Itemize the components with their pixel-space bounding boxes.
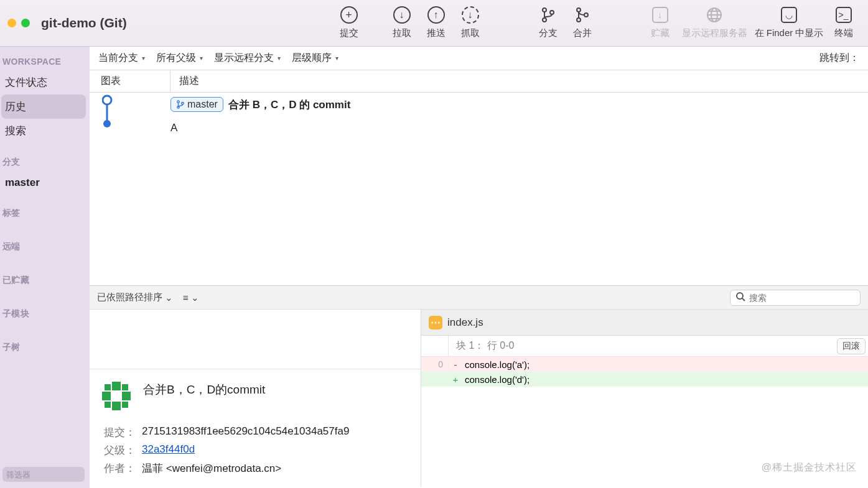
sort-by-path-label: 已依照路径排序 (97, 292, 162, 303)
branch-tag[interactable]: master (170, 97, 223, 112)
detail-search[interactable] (730, 290, 861, 306)
filter-hierarchy-order[interactable]: 层级顺序▾ (292, 52, 338, 65)
sidebar-heading-subtrees: 子树 (1, 337, 86, 357)
filter-bar: 当前分支▾ 所有父级▾ 显示远程分支▾ 层级顺序▾ 跳转到： (90, 47, 868, 70)
svg-point-9 (103, 96, 111, 104)
svg-rect-23 (105, 402, 111, 408)
filter-show-remote-branches[interactable]: 显示远程分支▾ (214, 52, 281, 65)
sidebar-item-file-status[interactable]: 文件状态 (1, 70, 86, 94)
stash-icon: ↓ (652, 7, 668, 23)
diff-line[interactable]: 0 - console.log('a'); (421, 357, 868, 372)
terminal-icon: >_ (836, 7, 852, 23)
commit-label: 提交 (340, 27, 358, 39)
file-icon: ⋯ (429, 316, 442, 329)
commit-meta: 提交： 2715131983ff1ee5629c104c54e1034a57fa… (98, 425, 413, 476)
hunk-label: 块 1： 行 0-0 (449, 339, 514, 352)
pull-button[interactable]: 拉取 (385, 6, 419, 39)
svg-rect-19 (122, 392, 131, 400)
sidebar-item-history[interactable]: 历史 (1, 94, 86, 119)
svg-point-14 (737, 293, 743, 299)
svg-rect-20 (112, 402, 121, 410)
show-in-finder-label: 在 Finder 中显示 (755, 27, 824, 39)
plus-circle-icon (340, 6, 358, 24)
traffic-minimize-icon[interactable] (7, 19, 16, 27)
sidebar-branch-master[interactable]: master (1, 172, 86, 194)
window-title: git-demo (Git) (41, 16, 127, 30)
show-in-finder-button[interactable]: ◡ 在 Finder 中显示 (752, 6, 826, 39)
svg-point-5 (584, 13, 588, 17)
chevron-updown-icon: ▾ (200, 55, 203, 62)
meta-parent-label: 父级： (98, 443, 142, 458)
meta-commit-hash: 2715131983ff1ee5629c104c54e1034a57fa9 (142, 425, 413, 440)
sort-by-path-dropdown[interactable]: 已依照路径排序 ⌄ (97, 292, 173, 303)
watermark: @稀土掘金技术社区 (762, 461, 857, 474)
filter-current-branch-label: 当前分支 (98, 52, 138, 65)
sidebar-heading-stashed: 已贮藏 (1, 270, 86, 290)
svg-point-11 (177, 101, 180, 103)
meta-author-label: 作者： (98, 461, 142, 476)
stash-label: 贮藏 (651, 27, 670, 39)
revert-hunk-button[interactable]: 回滚 (837, 338, 866, 354)
branch-label: 分支 (539, 27, 558, 39)
commit-detail-title: 合并B，C，D的commit (143, 378, 265, 398)
svg-point-0 (543, 8, 546, 12)
diff-line-number: 0 (421, 359, 449, 369)
sidebar-heading-submodules: 子模块 (1, 303, 86, 323)
toolbar: 提交 拉取 推送 抓取 分支 (288, 0, 861, 46)
filter-current-branch[interactable]: 当前分支▾ (98, 52, 145, 65)
sidebar-heading-branches: 分支 (1, 152, 86, 172)
diff-line-code: console.log('d'); (462, 374, 530, 385)
meta-author: 温菲 <wenfei@metrodata.cn> (142, 461, 413, 476)
column-headers: 图表 描述 (90, 70, 868, 93)
show-remote-label: 显示远程服务器 (682, 27, 747, 39)
traffic-zoom-icon[interactable] (21, 19, 30, 27)
chevron-updown-icon: ▾ (142, 55, 145, 62)
diff-line-sign: + (449, 374, 462, 385)
jump-to-label[interactable]: 跳转到： (819, 52, 859, 65)
sidebar-filter-input[interactable]: 筛选器 (2, 467, 85, 482)
svg-rect-17 (112, 382, 121, 390)
sidebar: WORKSPACE 文件状态 历史 搜索 分支 master 标签 远端 已贮藏… (0, 47, 90, 488)
filter-all-parents[interactable]: 所有父级▾ (156, 52, 203, 65)
meta-commit-label: 提交： (98, 425, 142, 440)
sidebar-item-search[interactable]: 搜索 (1, 119, 86, 143)
fetch-label: 抓取 (461, 27, 480, 39)
svg-point-1 (543, 18, 546, 22)
terminal-label: 终端 (834, 27, 853, 39)
svg-rect-24 (122, 402, 128, 408)
svg-line-15 (742, 298, 745, 301)
finder-icon: ◡ (781, 7, 797, 23)
svg-rect-18 (102, 392, 111, 400)
stash-button[interactable]: ↓ 贮藏 (643, 6, 677, 39)
search-icon (735, 292, 745, 304)
svg-point-13 (182, 103, 184, 105)
commit-detail: 合并B，C，D的commit 提交： 2715131983ff1ee5629c1… (90, 310, 421, 487)
push-label: 推送 (427, 27, 446, 39)
show-remote-button[interactable]: 显示远程服务器 (677, 6, 752, 39)
diff-line[interactable]: + console.log('d'); (421, 372, 868, 387)
detail-panel: 已依照路径排序 ⌄ ≡ ⌄ (90, 285, 868, 487)
column-description: 描述 (170, 75, 199, 88)
avatar (98, 378, 134, 414)
diff-line-code: console.log('a'); (462, 359, 530, 370)
commit-list: master 合并 B，C，D 的 commit A (90, 93, 868, 285)
list-view-dropdown[interactable]: ≡ ⌄ (183, 292, 199, 303)
globe-icon (706, 6, 723, 24)
push-icon (427, 6, 445, 24)
merge-button[interactable]: 合并 (565, 6, 599, 39)
detail-search-input[interactable] (749, 293, 858, 303)
filter-all-parents-label: 所有父级 (156, 52, 196, 65)
diff-line-sign: - (449, 359, 462, 370)
commit-row[interactable]: master 合并 B，C，D 的 commit (90, 93, 868, 116)
terminal-button[interactable]: >_ 终端 (826, 6, 861, 39)
branch-button[interactable]: 分支 (531, 6, 565, 39)
commit-row[interactable]: A (90, 116, 868, 140)
fetch-button[interactable]: 抓取 (453, 6, 487, 39)
commit-message: A (170, 122, 177, 134)
meta-parent-hash[interactable]: 32a3f44f0d (142, 443, 413, 458)
filter-hierarchy-order-label: 层级顺序 (292, 52, 332, 65)
push-button[interactable]: 推送 (419, 6, 453, 39)
commit-button[interactable]: 提交 (332, 6, 366, 39)
titlebar: git-demo (Git) 提交 拉取 推送 抓取 (0, 0, 868, 47)
pull-label: 拉取 (393, 27, 411, 39)
